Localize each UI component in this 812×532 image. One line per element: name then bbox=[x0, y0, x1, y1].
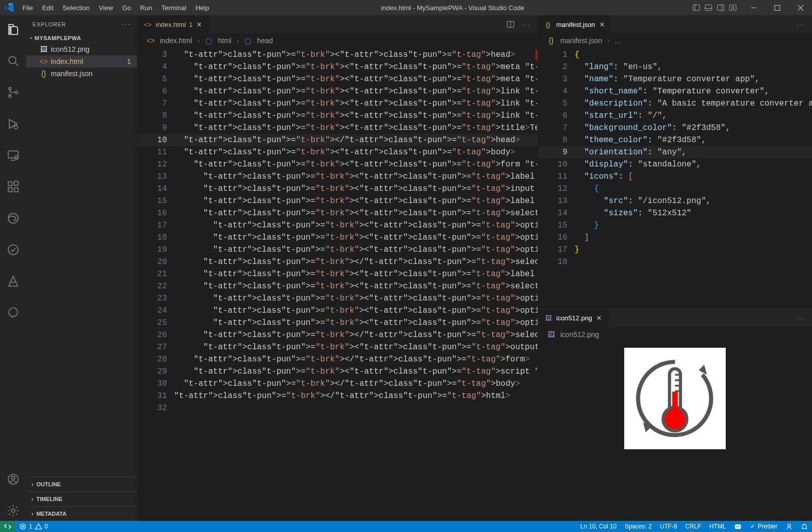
file-item-json[interactable]: {} manifest.json bbox=[26, 68, 137, 80]
menu-run[interactable]: Run bbox=[136, 2, 156, 14]
problems-indicator[interactable]: 1 0 bbox=[15, 521, 52, 532]
sidebar: EXPLORER ··· › MYSAMPLEPWA 🖼 icon512.png… bbox=[26, 15, 138, 521]
minimize-button[interactable] bbox=[742, 0, 765, 15]
menu-view[interactable]: View bbox=[95, 2, 117, 14]
image-file-icon: 🖼 bbox=[544, 314, 552, 322]
json-file-icon: {} bbox=[40, 70, 48, 78]
file-tree: 🖼 icon512.png <> index.html 1 {} manifes… bbox=[26, 43, 137, 477]
chat-icon[interactable] bbox=[0, 303, 26, 323]
svg-rect-9 bbox=[774, 5, 780, 10]
image-preview[interactable] bbox=[538, 342, 812, 521]
svg-rect-7 bbox=[734, 5, 736, 11]
svg-rect-23 bbox=[14, 188, 18, 192]
remote-explorer-icon[interactable] bbox=[0, 145, 26, 165]
json-file-icon: {} bbox=[544, 21, 552, 28]
more-actions-icon[interactable]: ··· bbox=[796, 21, 805, 28]
maximize-button[interactable] bbox=[765, 0, 789, 15]
copilot-icon[interactable] bbox=[730, 521, 746, 532]
notifications-icon[interactable] bbox=[797, 521, 812, 532]
layout-icon[interactable] bbox=[717, 4, 725, 12]
svg-point-15 bbox=[9, 95, 11, 97]
file-item-image[interactable]: 🖼 icon512.png bbox=[26, 43, 137, 55]
accounts-icon[interactable] bbox=[0, 469, 26, 489]
close-icon[interactable]: ✕ bbox=[596, 314, 602, 322]
menu-go[interactable]: Go bbox=[118, 2, 135, 14]
svg-point-45 bbox=[738, 526, 739, 527]
svg-point-16 bbox=[15, 91, 18, 94]
timeline-section[interactable]: ›TIMELINE bbox=[26, 491, 137, 506]
image-file-icon: 🖼 bbox=[40, 45, 48, 53]
breadcrumb-left[interactable]: <>index.html › ▢html › ▢head bbox=[138, 34, 537, 48]
svg-point-25 bbox=[8, 213, 18, 223]
folder-root[interactable]: › MYSAMPLEPWA bbox=[26, 33, 137, 43]
editor-group-left: <> index.html 1 ✕ ··· <>index.html › ▢ht… bbox=[138, 15, 538, 521]
source-control-icon[interactable] bbox=[0, 82, 26, 103]
vscode-logo-icon bbox=[0, 3, 18, 12]
prettier-status[interactable]: ✓ Prettier bbox=[746, 521, 782, 532]
editor-left[interactable]: 3456789101112131415161718192021222324252… bbox=[138, 48, 537, 521]
layout-icon[interactable] bbox=[692, 4, 700, 12]
file-item-html[interactable]: <> index.html 1 bbox=[26, 55, 137, 68]
metadata-section[interactable]: ›METADATA bbox=[26, 506, 137, 521]
tab-manifest-json[interactable]: {} manifest.json ✕ bbox=[538, 15, 612, 34]
breadcrumb-right-bottom[interactable]: 🖼icon512.png bbox=[538, 327, 812, 342]
menu-selection[interactable]: Selection bbox=[58, 2, 93, 14]
edge-icon[interactable] bbox=[0, 208, 26, 228]
svg-rect-43 bbox=[735, 524, 741, 529]
svg-rect-22 bbox=[8, 188, 12, 192]
run-debug-icon[interactable] bbox=[0, 114, 26, 134]
svg-rect-24 bbox=[14, 181, 18, 185]
window-title: index.html - MySamplePWA - Visual Studio… bbox=[213, 4, 692, 12]
encoding[interactable]: UTF-8 bbox=[656, 521, 681, 532]
close-button[interactable] bbox=[789, 0, 812, 15]
menu-edit[interactable]: Edit bbox=[38, 2, 57, 14]
html-file-icon: <> bbox=[144, 21, 152, 28]
svg-point-29 bbox=[12, 476, 15, 480]
tabs-left: <> index.html 1 ✕ ··· bbox=[138, 15, 537, 34]
outline-section[interactable]: ›OUTLINE bbox=[26, 477, 137, 491]
main-menu: File Edit Selection View Go Run Terminal… bbox=[18, 2, 213, 14]
tab-icon512[interactable]: 🖼 icon512.png ✕ bbox=[538, 309, 608, 327]
menu-help[interactable]: Help bbox=[191, 2, 213, 14]
settings-gear-icon[interactable] bbox=[0, 501, 26, 521]
menu-terminal[interactable]: Terminal bbox=[157, 2, 190, 14]
svg-rect-4 bbox=[718, 5, 724, 11]
tabs-right-top: {} manifest.json ✕ ··· bbox=[538, 15, 812, 34]
tab-index-html[interactable]: <> index.html 1 ✕ bbox=[138, 15, 209, 34]
layout-controls bbox=[692, 4, 742, 12]
svg-rect-8 bbox=[751, 8, 757, 8]
close-icon[interactable]: ✕ bbox=[196, 21, 202, 28]
svg-point-26 bbox=[8, 245, 18, 255]
language-mode[interactable]: HTML bbox=[705, 521, 730, 532]
menu-file[interactable]: File bbox=[18, 2, 37, 14]
cursor-position[interactable]: Ln 10, Col 10 bbox=[577, 521, 621, 532]
search-icon[interactable] bbox=[0, 51, 26, 71]
split-editor-icon[interactable] bbox=[506, 20, 515, 28]
close-icon[interactable]: ✕ bbox=[599, 21, 605, 28]
layout-icon[interactable] bbox=[729, 4, 737, 12]
remote-indicator[interactable] bbox=[0, 521, 15, 532]
extensions-icon[interactable] bbox=[0, 177, 26, 197]
line-gutter: 3456789101112131415161718192021222324252… bbox=[138, 48, 174, 521]
eol[interactable]: CRLF bbox=[681, 521, 705, 532]
svg-rect-21 bbox=[8, 182, 12, 186]
breadcrumb-right-top[interactable]: {}manifest.json ›... bbox=[538, 34, 812, 48]
layout-icon[interactable] bbox=[704, 4, 713, 12]
editor-right-top[interactable]: 123456789101112131415161718 { "lang": "e… bbox=[538, 48, 812, 309]
more-actions-icon[interactable]: ··· bbox=[796, 314, 805, 322]
indentation[interactable]: Spaces: 2 bbox=[621, 521, 656, 532]
html-file-icon: <> bbox=[40, 57, 48, 65]
svg-point-27 bbox=[9, 308, 17, 316]
more-actions-icon[interactable]: ··· bbox=[522, 21, 530, 28]
testing-icon[interactable] bbox=[0, 240, 26, 260]
tabs-right-bottom: 🖼 icon512.png ✕ ··· bbox=[538, 309, 812, 327]
svg-point-44 bbox=[736, 526, 737, 527]
explorer-more-icon[interactable]: ··· bbox=[121, 20, 131, 29]
svg-point-17 bbox=[14, 125, 18, 129]
explorer-icon[interactable] bbox=[0, 19, 26, 40]
icon-preview bbox=[624, 348, 726, 449]
svg-point-14 bbox=[9, 87, 11, 90]
explorer-title: EXPLORER bbox=[32, 21, 66, 27]
azure-icon[interactable] bbox=[0, 271, 26, 291]
feedback-icon[interactable] bbox=[782, 521, 797, 532]
